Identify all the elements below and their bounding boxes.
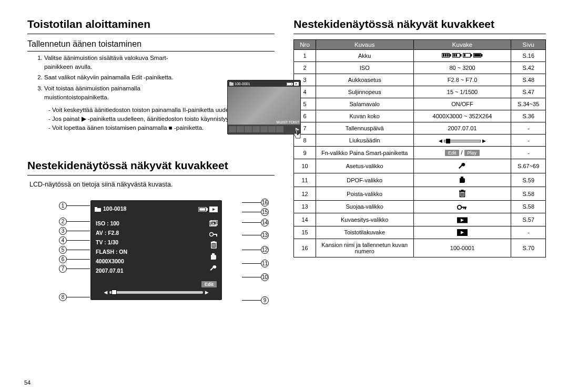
cell-sivu: S.48 xyxy=(511,74,546,86)
wrench-icon xyxy=(210,264,217,272)
svg-rect-41 xyxy=(474,54,481,57)
table-row: 16Kansion nimi ja tallennetun kuvan nume… xyxy=(294,239,546,257)
cell-sivu: - xyxy=(511,226,546,239)
svg-rect-37 xyxy=(471,54,472,57)
label-15: 15 xyxy=(261,208,269,216)
th-kuvaus: Kuvaus xyxy=(316,40,413,50)
step-3: Voit toistaa äänimuistion painamalla mui… xyxy=(44,84,196,101)
label-6: 6 xyxy=(59,255,67,263)
table-row: 7Tallennuspäivä2007.07.01- xyxy=(294,122,546,135)
thumb-label: MUIST.TOIST xyxy=(277,120,299,124)
cell-sivu: S.67~69 xyxy=(511,159,546,173)
heading-lcd-icons-right: Nestekidenäytössä näkyvät kuvakkeet xyxy=(293,18,546,34)
cell-kuvaus: Fn-valikko Paina Smart-painiketta xyxy=(316,147,413,159)
svg-rect-19 xyxy=(216,234,217,236)
table-row: 8Liukusäädin◀▶- xyxy=(294,135,546,147)
cell-kuvake: ◀▶ xyxy=(413,135,511,147)
svg-rect-51 xyxy=(465,207,466,209)
lcd-av: AV : F2.8 xyxy=(96,230,127,236)
hand-cursor-icon xyxy=(292,128,303,141)
cell-kuvake xyxy=(413,187,511,201)
svg-rect-8 xyxy=(95,207,97,209)
cell-kuvake xyxy=(413,213,511,226)
playmode-icon xyxy=(209,205,218,212)
label-16: 16 xyxy=(261,199,269,207)
cell-sivu: - xyxy=(511,147,546,159)
cell-kuvake xyxy=(413,173,511,187)
cell-nro: 16 xyxy=(294,239,316,257)
folder-icon xyxy=(229,81,234,86)
svg-rect-34 xyxy=(453,54,455,57)
cell-sivu: S.70 xyxy=(511,239,546,257)
cell-nro: 10 xyxy=(294,159,316,173)
lcd-preview: 100-0018 ISO : 100 AV : F2.8 TV : 1/3 xyxy=(90,200,222,300)
playmode-icon xyxy=(294,81,299,86)
svg-rect-45 xyxy=(461,190,464,191)
battery-icon xyxy=(287,81,293,85)
subheading-audio-play: Tallennetun äänen toistaminen xyxy=(27,39,275,51)
svg-point-49 xyxy=(458,205,462,209)
heading-playback-start: Toistotilan aloittaminen xyxy=(27,18,275,34)
label-9: 9 xyxy=(261,296,269,304)
key-icon xyxy=(209,231,218,237)
cell-sivu: S.34~35 xyxy=(511,98,546,110)
cell-nro: 14 xyxy=(294,213,316,226)
battery-icon xyxy=(198,205,208,212)
label-12: 12 xyxy=(261,246,269,254)
lcd-folder-no: 100-0018 xyxy=(103,205,126,212)
cell-kuvake: 100-0001 xyxy=(413,239,511,257)
cell-kuvaus: ISO xyxy=(316,62,413,74)
svg-marker-16 xyxy=(212,222,215,224)
svg-rect-28 xyxy=(450,54,451,57)
cell-kuvaus: DPOF-valikko xyxy=(316,173,413,187)
dpof-icon xyxy=(210,253,217,260)
cell-kuvake: F2.8 ~ F7.0 xyxy=(413,74,511,86)
cell-sivu: S.58 xyxy=(511,201,546,213)
cell-nro: 2 xyxy=(294,62,316,74)
svg-rect-11 xyxy=(199,208,205,211)
label-14: 14 xyxy=(261,219,269,226)
th-kuvake: Kuvake xyxy=(413,40,511,50)
svg-rect-1 xyxy=(229,82,231,83)
svg-rect-26 xyxy=(212,253,215,255)
cell-kuvaus: Asetus-valikko xyxy=(316,159,413,173)
table-row: 10Asetus-valikkoS.67~69 xyxy=(294,159,546,173)
table-row: 9Fn-valikko Paina Smart-painikettaEdit /… xyxy=(294,147,546,159)
step-2: Saat valikot näkyviin painamalla Edit -p… xyxy=(44,73,196,82)
cell-kuvake: 80 ~ 3200 xyxy=(413,62,511,74)
svg-rect-22 xyxy=(212,241,215,242)
heading-lcd-icons: Nestekidenäytössä näkyvät kuvakkeet xyxy=(27,159,275,176)
svg-rect-38 xyxy=(464,54,465,57)
svg-rect-33 xyxy=(460,54,462,57)
cell-kuvake xyxy=(413,201,511,213)
thumb-folder-no: 100-0001 xyxy=(235,82,250,86)
table-row: 6Kuvan koko4000X3000 ~ 352X264S.36 xyxy=(294,110,546,122)
svg-rect-10 xyxy=(206,208,208,211)
cell-kuvake: 15 ~ 1/1500 xyxy=(413,86,511,98)
cell-sivu: S.47 xyxy=(511,86,546,98)
cell-sivu: S.42 xyxy=(511,62,546,74)
cell-kuvaus: Suojaa-valikko xyxy=(316,201,413,213)
cell-sivu: - xyxy=(511,135,546,147)
table-row: 13Suojaa-valikkoS.58 xyxy=(294,201,546,213)
label-3: 3 xyxy=(59,227,67,235)
cell-sivu: S.59 xyxy=(511,173,546,187)
label-13: 13 xyxy=(261,231,269,239)
cell-kuvaus: Kuvaesitys-valikko xyxy=(316,213,413,226)
cell-nro: 11 xyxy=(294,173,316,187)
cell-sivu: S.16 xyxy=(511,50,546,62)
cell-kuvaus: Suljinnopeus xyxy=(316,86,413,98)
cell-kuvake: 4000X3000 ~ 352X264 xyxy=(413,110,511,122)
svg-point-17 xyxy=(210,232,214,236)
label-7: 7 xyxy=(59,265,67,273)
table-row: 12Poista-valikkoS.58 xyxy=(294,187,546,201)
cell-nro: 13 xyxy=(294,201,316,213)
svg-rect-52 xyxy=(463,207,464,209)
cell-kuvaus: Salamavalo xyxy=(316,98,413,110)
cell-kuvake: Edit / Play xyxy=(413,147,511,159)
cell-nro: 12 xyxy=(294,187,316,201)
slideshow-icon xyxy=(209,219,218,226)
cell-kuvake xyxy=(413,159,511,173)
cell-kuvaus: Toistotilakuvake xyxy=(316,226,413,239)
folder-icon xyxy=(95,205,101,212)
